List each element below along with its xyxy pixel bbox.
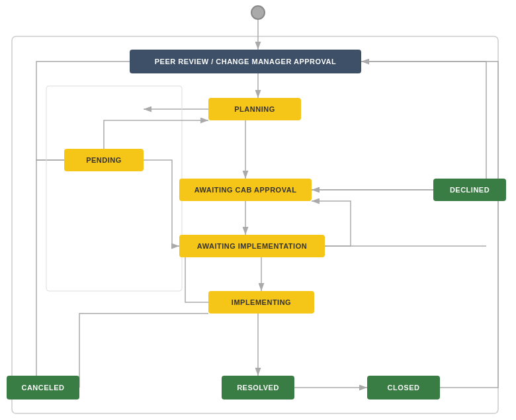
awaiting-cab-node: AWAITING CAB APPROVAL bbox=[179, 179, 312, 201]
pending-node: PENDING bbox=[64, 149, 144, 171]
planning-label: PLANNING bbox=[234, 105, 275, 113]
closed-node: CLOSED bbox=[367, 376, 440, 399]
canceled-label: CANCELED bbox=[21, 384, 64, 392]
canceled-node: CANCELED bbox=[7, 376, 79, 399]
declined-node: DECLINED bbox=[433, 179, 506, 201]
implementing-label: IMPLEMENTING bbox=[232, 298, 291, 306]
peer-review-label: PEER REVIEW / CHANGE MANAGER APPROVAL bbox=[155, 58, 337, 65]
implementing-node: IMPLEMENTING bbox=[208, 291, 314, 314]
start-node bbox=[251, 5, 265, 20]
resolved-label: RESOLVED bbox=[237, 384, 279, 392]
svg-rect-2 bbox=[12, 36, 498, 413]
closed-label: CLOSED bbox=[388, 384, 420, 392]
awaiting-impl-label: AWAITING IMPLEMENTATION bbox=[197, 242, 307, 250]
pending-label: PENDING bbox=[86, 156, 122, 164]
awaiting-impl-node: AWAITING IMPLEMENTATION bbox=[179, 235, 325, 257]
svg-rect-10 bbox=[46, 86, 182, 291]
awaiting-cab-label: AWAITING CAB APPROVAL bbox=[194, 186, 297, 194]
workflow-diagram: PEER REVIEW / CHANGE MANAGER APPROVAL PL… bbox=[0, 0, 516, 420]
declined-label: DECLINED bbox=[450, 186, 490, 194]
resolved-node: RESOLVED bbox=[222, 376, 294, 399]
planning-node: PLANNING bbox=[208, 98, 301, 120]
peer-review-node: PEER REVIEW / CHANGE MANAGER APPROVAL bbox=[130, 50, 361, 73]
